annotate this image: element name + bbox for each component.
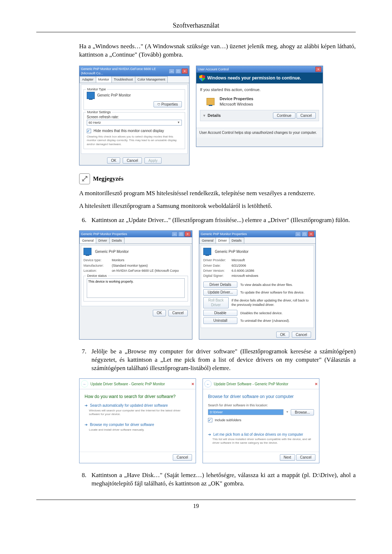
tab-driver[interactable]: Driver (96, 237, 110, 243)
driver-version-value: 6.0.6000.16386 (232, 268, 254, 273)
cancel-button[interactable]: Cancel (173, 454, 192, 461)
close-icon[interactable]: × (308, 231, 314, 237)
tab-adapter[interactable]: Adapter (79, 76, 96, 82)
uac-headline: Windows needs your permission to continu… (207, 75, 301, 81)
close-icon[interactable]: × (182, 69, 188, 74)
next-button[interactable]: Next (280, 454, 295, 461)
browse-button[interactable]: Browse... (291, 409, 314, 416)
tab-general[interactable]: General (79, 237, 96, 243)
prop-driver-dialog: Generic PnP Monitor Properties – □ × Gen… (199, 230, 316, 340)
option-pick-from-list[interactable]: ➔ Let me pick from a list of device driv… (208, 432, 314, 437)
step-number: 6. (79, 216, 86, 225)
properties-button[interactable]: 🛡 Properties (154, 101, 182, 108)
refresh-rate-select[interactable]: 60 Hertz ▼ (87, 120, 182, 126)
prop-general-monitor-name: Generic PnP Monitor (95, 249, 129, 254)
option-pick-from-list-desc: This list will show installed driver sof… (212, 438, 314, 444)
ok-button[interactable]: OK (276, 332, 289, 338)
prop-driver-monitor-name: Generic PnP Monitor (215, 249, 249, 254)
page-number: 19 (36, 502, 356, 510)
back-icon[interactable]: ← (81, 380, 88, 387)
monitor-settings-group-caption: Monitor Settings (86, 110, 112, 114)
cancel-button[interactable]: Cancel (297, 112, 316, 119)
tab-color-management[interactable]: Color Management (135, 76, 168, 82)
chevron-down-icon[interactable]: ▾ (203, 113, 205, 118)
location-value: on NVIDIA GeForce 6600 LE (Microsoft Cor… (112, 268, 179, 273)
cancel-button[interactable]: Cancel (292, 332, 311, 338)
cancel-button[interactable]: Cancel (296, 454, 315, 461)
minimize-icon[interactable]: – (295, 231, 301, 237)
prop-driver-title: Generic PnP Monitor Properties (201, 232, 247, 236)
update-driver-desc: To update the driver software for this d… (240, 290, 305, 295)
apply-button[interactable]: Apply (144, 157, 162, 164)
footer-rule (36, 500, 356, 500)
note-paragraph-2: A hitelesített illesztőprogram a Samsung… (79, 202, 356, 210)
uac-app-name: Device Properties (220, 96, 253, 102)
manufacturer-value: (Standard monitor types) (112, 263, 148, 268)
tab-details[interactable]: Details (229, 237, 244, 243)
driver-date-key: Driver Date: (203, 263, 232, 268)
wizard-crumb: Update Driver Software - Generic PnP Mon… (90, 382, 165, 387)
tab-details[interactable]: Details (109, 237, 124, 243)
minimize-icon[interactable]: – (169, 69, 175, 74)
close-icon[interactable]: × (185, 231, 191, 237)
app-icon (207, 98, 215, 105)
uac-details-toggle[interactable]: Details (208, 113, 221, 118)
disable-desc: Disables the selected device. (240, 311, 283, 315)
cancel-button[interactable]: Cancel (123, 157, 142, 164)
monitor-icon (83, 248, 91, 255)
continue-button[interactable]: Continue (273, 112, 295, 119)
option-browse[interactable]: ➔ Browse my computer for driver software (85, 422, 191, 427)
step6-text: Kattintson az „Update Driver..." (Illesz… (91, 216, 356, 225)
path-input[interactable]: D:\Driver (208, 409, 283, 415)
option-search-auto[interactable]: ➔ Search automatically for updated drive… (85, 403, 191, 408)
minimize-icon[interactable]: – (172, 231, 177, 237)
step-number: 8. (79, 471, 86, 488)
monitor-icon (87, 92, 95, 99)
refresh-rate-label: Screen refresh rate: (87, 115, 182, 120)
include-subfolders-checkbox[interactable] (208, 418, 212, 422)
uac-title: User Account Control (198, 67, 229, 71)
cancel-button[interactable]: Cancel (168, 310, 188, 316)
option-search-auto-desc: Windows will search your computer and th… (89, 409, 191, 416)
driver-date-value: 6/21/2006 (232, 263, 246, 268)
back-icon[interactable]: ← (204, 380, 212, 387)
maximize-icon[interactable]: □ (302, 231, 307, 237)
chevron-down-icon[interactable]: ▼ (286, 410, 289, 414)
monitor-type-group-caption: Monitor Type (86, 87, 107, 91)
tab-driver[interactable]: Driver (216, 237, 229, 243)
disable-button[interactable]: Disable (203, 310, 237, 316)
ok-button[interactable]: OK (153, 310, 166, 316)
wizard-search-dialog: ← Update Driver Software - Generic PnP M… (79, 378, 196, 463)
uninstall-button[interactable]: Uninstall (203, 317, 237, 324)
monitor-dialog-title: Generic PnP Monitor and NVIDIA GeForce 6… (81, 67, 167, 75)
close-icon[interactable]: ✕ (315, 382, 318, 387)
close-icon[interactable]: ✕ (191, 382, 194, 387)
digital-signer-value: microsoft windows (232, 274, 258, 278)
driver-details-button[interactable]: Driver Details (203, 282, 237, 288)
monitor-name-label: Generic PnP Monitor (97, 93, 131, 97)
rollback-driver-button[interactable]: Roll Back Driver (203, 297, 229, 308)
driver-details-desc: To view details about the driver files. (240, 283, 293, 287)
hide-modes-label: Hide modes that this monitor cannot disp… (94, 129, 164, 133)
intro-paragraph: Ha a „Windows needs…" (A Windowsnak szük… (79, 42, 356, 59)
note-label: Megjegyzés (93, 175, 123, 183)
ok-button[interactable]: OK (107, 157, 120, 164)
uac-dialog: User Account Control × Windows needs you… (196, 66, 323, 147)
tab-troubleshoot[interactable]: Troubleshoot (111, 76, 135, 82)
arrow-icon: ➔ (85, 403, 87, 407)
tab-monitor[interactable]: Monitor (96, 76, 112, 82)
device-type-key: Device type: (83, 258, 112, 262)
tab-general[interactable]: General (199, 237, 216, 243)
note-paragraph-1: A monitorillesztő program MS hitelesítés… (79, 189, 356, 198)
device-type-value: Monitors (112, 258, 124, 262)
step8-text: Kattintson a „Have Disk…" (Saját lemez…)… (91, 471, 356, 488)
uninstall-desc: To uninstall the driver (Advanced). (240, 319, 290, 323)
maximize-icon[interactable]: □ (178, 231, 184, 237)
update-driver-button[interactable]: Update Driver... (203, 289, 237, 296)
close-icon[interactable]: × (315, 67, 321, 72)
maximize-icon[interactable]: □ (175, 69, 181, 74)
hide-modes-checkbox[interactable] (87, 129, 91, 133)
prop-general-title: Generic PnP Monitor Properties (81, 232, 127, 236)
prop-general-dialog: Generic PnP Monitor Properties – □ × Gen… (79, 230, 192, 340)
driver-provider-key: Driver Provider: (203, 258, 232, 262)
